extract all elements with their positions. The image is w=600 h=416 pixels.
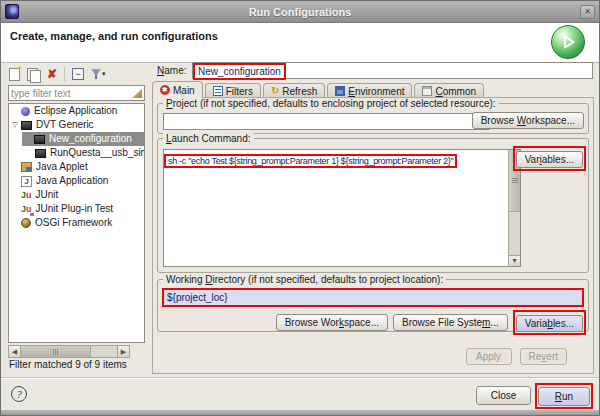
annotation-box-variables-bottom: Variables... — [513, 310, 586, 335]
run-button[interactable]: Run — [538, 387, 590, 406]
junit-icon: Ju — [21, 188, 32, 202]
dvt-generic-icon — [21, 121, 32, 130]
annotation-box-variables-top: Variables... — [513, 146, 586, 171]
refresh-tab-icon: ↻ — [271, 86, 279, 96]
main-tab-icon: ✱ — [160, 85, 170, 95]
funnel-icon — [91, 69, 101, 79]
working-directory-input[interactable]: ${project_loc} — [162, 288, 584, 307]
chevron-down-icon: ▾ — [102, 70, 106, 78]
launch-command-label: Launch Command: — [163, 133, 254, 144]
variables-button-bottom[interactable]: Variables... — [516, 315, 583, 332]
tree-item-label: Eclipse Application — [34, 104, 117, 118]
launch-command-value: sh -c "echo Test ${string_prompt:Paramet… — [168, 156, 453, 166]
junit-plugin-icon: Ju — [21, 202, 32, 216]
scrollbar-track[interactable] — [91, 346, 117, 357]
tab-refresh[interactable]: ↻ Refresh — [263, 83, 325, 98]
tab-filters[interactable]: Filters — [205, 83, 261, 98]
title-bar[interactable]: Run Configurations ✕ — [1, 1, 599, 23]
annotation-box-run: Run — [535, 383, 593, 409]
working-directory-group: Working Directory (if not specified, def… — [157, 279, 589, 332]
config-toolbar: ✦ ✘ − ▾ — [9, 65, 106, 83]
scrollbar-thumb[interactable] — [21, 346, 91, 357]
name-value: New_configuration — [198, 66, 281, 77]
tree-item-label: DVT Generic — [36, 118, 94, 132]
tree-item-label: JUnit Plug-in Test — [36, 202, 114, 216]
annotation-box-command: sh -c "echo Test ${string_prompt:Paramet… — [164, 154, 457, 168]
dialog-header: Create, manage, and run configurations — [1, 23, 599, 63]
footer-separator — [1, 377, 599, 378]
filters-tab-icon — [213, 86, 223, 96]
help-icon[interactable]: ? — [11, 386, 27, 402]
tree-item-dvt-generic[interactable]: ▽ DVT Generic — [9, 118, 144, 132]
project-group-label: Project (if not specified, defaults to e… — [163, 98, 499, 109]
launch-command-textarea[interactable]: sh -c "echo Test ${string_prompt:Paramet… — [163, 149, 521, 267]
working-directory-buttons: Browse Workspace... Browse File System..… — [276, 310, 586, 335]
play-triangle-icon — [560, 34, 576, 50]
configuration-tree: Eclipse Application ▽ DVT Generic New_co… — [8, 103, 145, 343]
main-tab-content: Project (if not specified, defaults to e… — [152, 97, 594, 374]
run-configurations-dialog: Run Configurations ✕ Create, manage, and… — [0, 0, 600, 416]
tree-item-label: OSGi Framework — [35, 216, 112, 230]
close-button[interactable]: Close — [476, 386, 531, 405]
tab-common[interactable]: Common — [414, 83, 484, 98]
apply-button[interactable]: Apply — [466, 348, 512, 365]
tree-item-label: JUnit — [36, 188, 59, 202]
dialog-header-title: Create, manage, and run configurations — [10, 30, 218, 42]
tree-item-eclipse-application[interactable]: Eclipse Application — [9, 104, 144, 118]
dvt-config-icon — [35, 149, 46, 158]
tab-environment[interactable]: Environment — [327, 83, 412, 98]
java-application-icon: J — [21, 176, 32, 187]
tree-item-label: Java Application — [36, 174, 108, 188]
eclipse-application-icon — [21, 107, 30, 116]
tree-item-label: Java Applet — [36, 160, 88, 174]
dvt-config-icon — [34, 135, 45, 144]
java-applet-icon — [21, 162, 32, 172]
project-group: Project (if not specified, defaults to e… — [157, 103, 589, 134]
browse-workspace-button[interactable]: Browse Workspace... — [472, 112, 584, 129]
name-field[interactable]: New_configuration — [192, 62, 593, 79]
project-input[interactable] — [163, 113, 490, 130]
scroll-left-icon[interactable]: ◀ — [9, 346, 21, 357]
browse-workspace-button-bottom[interactable]: Browse Workspace... — [276, 314, 388, 331]
tree-item-label: New_configuration — [49, 132, 132, 146]
scroll-right-icon[interactable]: ▶ — [117, 346, 129, 357]
apply-revert-row: Apply Revert — [466, 348, 567, 365]
eclipse-icon — [5, 4, 19, 19]
toolbar-separator — [64, 67, 65, 81]
collapse-all-icon[interactable]: − — [72, 68, 84, 80]
annotation-box-name-value: New_configuration — [193, 63, 286, 80]
tree-item-new-configuration[interactable]: New_configuration — [22, 132, 144, 146]
config-tabs: ✱ Main Filters ↻ Refresh Environment Com… — [152, 81, 486, 98]
window-title: Run Configurations — [1, 6, 599, 18]
expander-icon[interactable]: ▽ — [9, 118, 21, 132]
tree-item-runquesta[interactable]: RunQuesta__usb_sim_mo — [9, 146, 144, 160]
tab-main[interactable]: ✱ Main — [152, 81, 203, 98]
osgi-framework-icon — [21, 218, 31, 228]
variables-button-top[interactable]: Variables... — [516, 151, 583, 168]
filter-status: Filter matched 9 of 9 items — [9, 359, 127, 370]
revert-button[interactable]: Revert — [520, 348, 567, 365]
close-icon[interactable]: ✕ — [580, 5, 595, 19]
common-tab-icon — [422, 86, 432, 96]
filter-field — [8, 85, 145, 101]
launch-command-group: Launch Command: sh -c "echo Test ${strin… — [157, 138, 589, 273]
tree-item-junit-plugin-test[interactable]: Ju JUnit Plug-in Test — [9, 202, 144, 216]
scroll-down-icon[interactable]: ▼ — [509, 255, 520, 266]
clear-filter-icon[interactable] — [132, 89, 142, 98]
tree-item-junit[interactable]: Ju JUnit — [9, 188, 144, 202]
tree-item-osgi-framework[interactable]: OSGi Framework — [9, 216, 144, 230]
name-label: Name: — [157, 65, 186, 76]
new-configuration-icon[interactable]: ✦ — [9, 68, 20, 81]
delete-configuration-icon[interactable]: ✘ — [47, 68, 57, 81]
tree-item-java-applet[interactable]: Java Applet — [9, 160, 144, 174]
browse-file-system-button[interactable]: Browse File System... — [393, 314, 508, 331]
environment-tab-icon — [335, 86, 345, 96]
duplicate-configuration-icon[interactable] — [27, 68, 40, 81]
tree-horizontal-scrollbar[interactable]: ◀ ▶ — [8, 345, 130, 358]
filter-input[interactable] — [11, 87, 125, 99]
working-directory-label: Working Directory (if not specified, def… — [163, 274, 446, 285]
tree-item-java-application[interactable]: J Java Application — [9, 174, 144, 188]
run-configurations-play-icon — [551, 25, 585, 59]
filter-menu-button[interactable]: ▾ — [91, 69, 106, 79]
tree-item-label: RunQuesta__usb_sim_mo — [50, 146, 145, 160]
